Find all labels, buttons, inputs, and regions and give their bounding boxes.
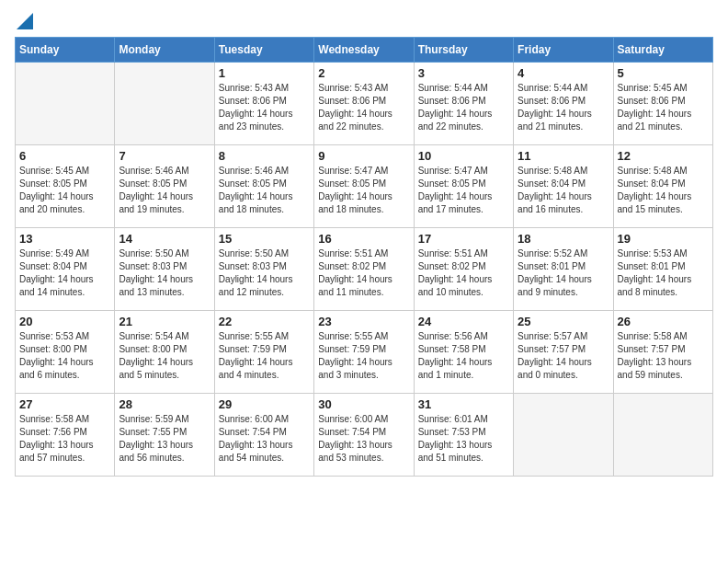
- day-info: Sunrise: 5:50 AM Sunset: 8:03 PM Dayligh…: [119, 247, 210, 299]
- day-info: Sunrise: 5:45 AM Sunset: 8:05 PM Dayligh…: [19, 165, 110, 216]
- calendar-cell: 22Sunrise: 5:55 AM Sunset: 7:59 PM Dayli…: [214, 311, 313, 394]
- calendar-cell: 24Sunrise: 5:56 AM Sunset: 7:58 PM Dayli…: [414, 311, 513, 394]
- day-number: 8: [219, 149, 310, 163]
- calendar-cell: 2Sunrise: 5:43 AM Sunset: 8:06 PM Daylig…: [314, 63, 414, 145]
- calendar-cell: [514, 394, 613, 477]
- day-info: Sunrise: 5:46 AM Sunset: 8:05 PM Dayligh…: [119, 165, 210, 216]
- header-saturday: Saturday: [613, 38, 712, 63]
- day-info: Sunrise: 5:53 AM Sunset: 8:00 PM Dayligh…: [19, 330, 110, 382]
- calendar-cell: 31Sunrise: 6:01 AM Sunset: 7:53 PM Dayli…: [414, 394, 513, 477]
- logo-icon: [17, 13, 33, 29]
- day-info: Sunrise: 5:58 AM Sunset: 7:57 PM Dayligh…: [618, 330, 709, 382]
- calendar-cell: 25Sunrise: 5:57 AM Sunset: 7:57 PM Dayli…: [514, 311, 613, 394]
- header-friday: Friday: [514, 38, 613, 63]
- day-number: 4: [518, 66, 609, 80]
- day-info: Sunrise: 6:01 AM Sunset: 7:53 PM Dayligh…: [418, 413, 509, 465]
- calendar-cell: 29Sunrise: 6:00 AM Sunset: 7:54 PM Dayli…: [214, 394, 313, 477]
- day-info: Sunrise: 5:55 AM Sunset: 7:59 PM Dayligh…: [318, 330, 409, 382]
- day-number: 14: [119, 232, 210, 246]
- calendar-table: SundayMondayTuesdayWednesdayThursdayFrid…: [15, 37, 713, 477]
- day-info: Sunrise: 6:00 AM Sunset: 7:54 PM Dayligh…: [318, 413, 409, 465]
- calendar-week-row: 20Sunrise: 5:53 AM Sunset: 8:00 PM Dayli…: [16, 311, 713, 394]
- day-info: Sunrise: 5:49 AM Sunset: 8:04 PM Dayligh…: [19, 247, 110, 299]
- day-number: 2: [318, 66, 409, 80]
- day-number: 22: [219, 315, 310, 328]
- calendar-cell: 14Sunrise: 5:50 AM Sunset: 8:03 PM Dayli…: [115, 228, 214, 311]
- day-number: 31: [418, 397, 509, 411]
- day-number: 15: [219, 232, 310, 246]
- day-info: Sunrise: 5:59 AM Sunset: 7:55 PM Dayligh…: [119, 413, 210, 465]
- calendar-week-row: 13Sunrise: 5:49 AM Sunset: 8:04 PM Dayli…: [16, 228, 713, 311]
- day-number: 20: [19, 315, 110, 328]
- calendar-cell: 13Sunrise: 5:49 AM Sunset: 8:04 PM Dayli…: [16, 228, 115, 311]
- calendar-cell: 21Sunrise: 5:54 AM Sunset: 8:00 PM Dayli…: [115, 311, 214, 394]
- day-info: Sunrise: 5:54 AM Sunset: 8:00 PM Dayligh…: [119, 330, 210, 382]
- calendar-week-row: 1Sunrise: 5:43 AM Sunset: 8:06 PM Daylig…: [16, 63, 713, 145]
- day-info: Sunrise: 5:56 AM Sunset: 7:58 PM Dayligh…: [418, 330, 509, 382]
- calendar-cell: [613, 394, 712, 477]
- calendar-cell: 26Sunrise: 5:58 AM Sunset: 7:57 PM Dayli…: [613, 311, 712, 394]
- day-number: 18: [518, 232, 609, 246]
- calendar-cell: 15Sunrise: 5:50 AM Sunset: 8:03 PM Dayli…: [214, 228, 313, 311]
- day-info: Sunrise: 5:43 AM Sunset: 8:06 PM Dayligh…: [318, 82, 409, 133]
- day-info: Sunrise: 5:55 AM Sunset: 7:59 PM Dayligh…: [219, 330, 310, 382]
- calendar-week-row: 6Sunrise: 5:45 AM Sunset: 8:05 PM Daylig…: [16, 145, 713, 228]
- day-number: 27: [19, 397, 110, 411]
- day-number: 26: [618, 315, 709, 328]
- calendar-cell: 10Sunrise: 5:47 AM Sunset: 8:05 PM Dayli…: [414, 145, 513, 228]
- calendar-cell: 3Sunrise: 5:44 AM Sunset: 8:06 PM Daylig…: [414, 63, 513, 145]
- day-info: Sunrise: 5:51 AM Sunset: 8:02 PM Dayligh…: [418, 247, 509, 299]
- calendar-cell: [115, 63, 214, 145]
- calendar-cell: 7Sunrise: 5:46 AM Sunset: 8:05 PM Daylig…: [115, 145, 214, 228]
- calendar-cell: 8Sunrise: 5:46 AM Sunset: 8:05 PM Daylig…: [214, 145, 313, 228]
- day-number: 21: [119, 315, 210, 328]
- calendar-cell: 19Sunrise: 5:53 AM Sunset: 8:01 PM Dayli…: [613, 228, 712, 311]
- day-number: 11: [518, 149, 609, 163]
- header-wednesday: Wednesday: [314, 38, 414, 63]
- day-number: 23: [318, 315, 409, 328]
- calendar-cell: 1Sunrise: 5:43 AM Sunset: 8:06 PM Daylig…: [214, 63, 313, 145]
- header-sunday: Sunday: [16, 38, 115, 63]
- svg-marker-0: [17, 13, 33, 29]
- header-thursday: Thursday: [414, 38, 513, 63]
- calendar-cell: [16, 63, 115, 145]
- day-info: Sunrise: 5:48 AM Sunset: 8:04 PM Dayligh…: [518, 165, 609, 216]
- day-number: 13: [19, 232, 110, 246]
- day-info: Sunrise: 5:48 AM Sunset: 8:04 PM Dayligh…: [618, 165, 709, 216]
- calendar-cell: 11Sunrise: 5:48 AM Sunset: 8:04 PM Dayli…: [514, 145, 613, 228]
- day-number: 9: [318, 149, 409, 163]
- calendar-cell: 9Sunrise: 5:47 AM Sunset: 8:05 PM Daylig…: [314, 145, 414, 228]
- day-number: 5: [618, 66, 709, 80]
- calendar-header-row: SundayMondayTuesdayWednesdayThursdayFrid…: [16, 38, 713, 63]
- calendar-cell: 6Sunrise: 5:45 AM Sunset: 8:05 PM Daylig…: [16, 145, 115, 228]
- day-info: Sunrise: 5:57 AM Sunset: 7:57 PM Dayligh…: [518, 330, 609, 382]
- day-info: Sunrise: 5:53 AM Sunset: 8:01 PM Dayligh…: [618, 247, 709, 299]
- day-info: Sunrise: 5:47 AM Sunset: 8:05 PM Dayligh…: [418, 165, 509, 216]
- day-number: 28: [119, 397, 210, 411]
- day-number: 24: [418, 315, 509, 328]
- day-info: Sunrise: 6:00 AM Sunset: 7:54 PM Dayligh…: [219, 413, 310, 465]
- day-info: Sunrise: 5:43 AM Sunset: 8:06 PM Dayligh…: [219, 82, 310, 133]
- day-number: 17: [418, 232, 509, 246]
- day-number: 1: [219, 66, 310, 80]
- day-number: 12: [618, 149, 709, 163]
- day-info: Sunrise: 5:58 AM Sunset: 7:56 PM Dayligh…: [19, 413, 110, 465]
- day-number: 7: [119, 149, 210, 163]
- logo: [15, 15, 33, 29]
- day-info: Sunrise: 5:47 AM Sunset: 8:05 PM Dayligh…: [318, 165, 409, 216]
- calendar-cell: 4Sunrise: 5:44 AM Sunset: 8:06 PM Daylig…: [514, 63, 613, 145]
- day-number: 19: [618, 232, 709, 246]
- calendar-cell: 16Sunrise: 5:51 AM Sunset: 8:02 PM Dayli…: [314, 228, 414, 311]
- day-info: Sunrise: 5:51 AM Sunset: 8:02 PM Dayligh…: [318, 247, 409, 299]
- day-number: 10: [418, 149, 509, 163]
- header-monday: Monday: [115, 38, 214, 63]
- calendar-cell: 17Sunrise: 5:51 AM Sunset: 8:02 PM Dayli…: [414, 228, 513, 311]
- day-info: Sunrise: 5:44 AM Sunset: 8:06 PM Dayligh…: [518, 82, 609, 133]
- day-number: 29: [219, 397, 310, 411]
- calendar-week-row: 27Sunrise: 5:58 AM Sunset: 7:56 PM Dayli…: [16, 394, 713, 477]
- day-info: Sunrise: 5:46 AM Sunset: 8:05 PM Dayligh…: [219, 165, 310, 216]
- day-number: 6: [19, 149, 110, 163]
- day-number: 25: [518, 315, 609, 328]
- day-number: 16: [318, 232, 409, 246]
- header: [15, 15, 713, 29]
